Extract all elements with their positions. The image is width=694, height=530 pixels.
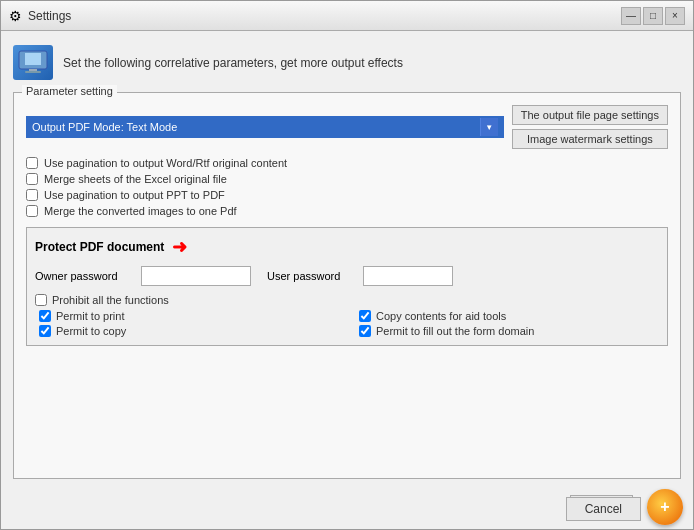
copy-aid-row: Copy contents for aid tools xyxy=(359,310,659,322)
copy-aid-label: Copy contents for aid tools xyxy=(376,310,506,322)
merge-images-checkbox[interactable] xyxy=(26,205,38,217)
permit-print-row: Permit to print xyxy=(39,310,339,322)
right-buttons: The output file page settings Image wate… xyxy=(512,105,668,149)
checkbox-list: Use pagination to output Word/Rtf origin… xyxy=(26,157,668,217)
bottom-bar: Sure + Cancel xyxy=(1,489,693,529)
pagination-word-checkbox[interactable] xyxy=(26,157,38,169)
svg-rect-2 xyxy=(29,69,37,71)
merge-excel-label: Merge sheets of the Excel original file xyxy=(44,173,227,185)
cancel-button[interactable]: Cancel xyxy=(566,497,641,521)
owner-password-label: Owner password xyxy=(35,270,125,282)
protect-title-row: Protect PDF document ➜ xyxy=(35,236,659,258)
computer-icon xyxy=(17,49,49,77)
header-area: Set the following correlative parameters… xyxy=(13,41,681,84)
pagination-ppt-checkbox[interactable] xyxy=(26,189,38,201)
param-group-title: Parameter setting xyxy=(22,85,117,97)
header-icon xyxy=(13,45,53,80)
fill-form-label: Permit to fill out the form domain xyxy=(376,325,534,337)
watermark-settings-button[interactable]: Image watermark settings xyxy=(512,129,668,149)
window-body: Set the following correlative parameters… xyxy=(1,31,693,489)
user-password-label: User password xyxy=(267,270,347,282)
pagination-word-label: Use pagination to output Word/Rtf origin… xyxy=(44,157,287,169)
permit-print-checkbox[interactable] xyxy=(39,310,51,322)
page-settings-button[interactable]: The output file page settings xyxy=(512,105,668,125)
prohibit-all-label: Prohibit all the functions xyxy=(52,294,169,306)
close-button[interactable]: × xyxy=(665,7,685,25)
orange-logo-icon: + xyxy=(647,489,683,525)
prohibit-all-row: Prohibit all the functions xyxy=(35,294,659,306)
header-description: Set the following correlative parameters… xyxy=(63,56,403,70)
param-group: Parameter setting Output PDF Mode: Text … xyxy=(13,92,681,479)
owner-password-input[interactable] xyxy=(141,266,251,286)
password-row: Owner password User password xyxy=(35,266,659,286)
dropdown-arrow-icon: ▼ xyxy=(480,118,498,136)
permit-copy-checkbox[interactable] xyxy=(39,325,51,337)
pagination-ppt-label: Use pagination to output PPT to PDF xyxy=(44,189,225,201)
fill-form-row: Permit to fill out the form domain xyxy=(359,325,659,337)
permit-copy-label: Permit to copy xyxy=(56,325,126,337)
protect-section: Protect PDF document ➜ Owner password Us… xyxy=(26,227,668,346)
watermark-area: + xyxy=(647,489,683,525)
permit-print-label: Permit to print xyxy=(56,310,124,322)
pdf-mode-dropdown[interactable]: Output PDF Mode: Text Mode ▼ xyxy=(26,116,504,138)
copy-aid-checkbox[interactable] xyxy=(359,310,371,322)
settings-window: ⚙ Settings — □ × Set the following corre… xyxy=(0,0,694,530)
svg-rect-1 xyxy=(25,53,41,65)
permissions-grid: Permit to print Copy contents for aid to… xyxy=(39,310,659,337)
title-bar-left: ⚙ Settings xyxy=(9,8,71,24)
red-arrow-icon: ➜ xyxy=(172,236,187,258)
merge-excel-checkbox[interactable] xyxy=(26,173,38,185)
pagination-word-row: Use pagination to output Word/Rtf origin… xyxy=(26,157,668,169)
top-controls: Output PDF Mode: Text Mode ▼ The output … xyxy=(26,105,668,149)
user-password-input[interactable] xyxy=(363,266,453,286)
svg-rect-3 xyxy=(25,71,41,73)
prohibit-all-checkbox[interactable] xyxy=(35,294,47,306)
pdf-mode-label: Output PDF Mode: Text Mode xyxy=(32,121,177,133)
title-bar-controls: — □ × xyxy=(621,7,685,25)
title-bar: ⚙ Settings — □ × xyxy=(1,1,693,31)
settings-icon: ⚙ xyxy=(9,8,22,24)
fill-form-checkbox[interactable] xyxy=(359,325,371,337)
merge-images-label: Merge the converted images to one Pdf xyxy=(44,205,237,217)
protect-pdf-label: Protect PDF document xyxy=(35,240,164,254)
merge-images-row: Merge the converted images to one Pdf xyxy=(26,205,668,217)
permit-copy-row: Permit to copy xyxy=(39,325,339,337)
minimize-button[interactable]: — xyxy=(621,7,641,25)
merge-excel-row: Merge sheets of the Excel original file xyxy=(26,173,668,185)
maximize-button[interactable]: □ xyxy=(643,7,663,25)
window-title: Settings xyxy=(28,9,71,23)
pagination-ppt-row: Use pagination to output PPT to PDF xyxy=(26,189,668,201)
